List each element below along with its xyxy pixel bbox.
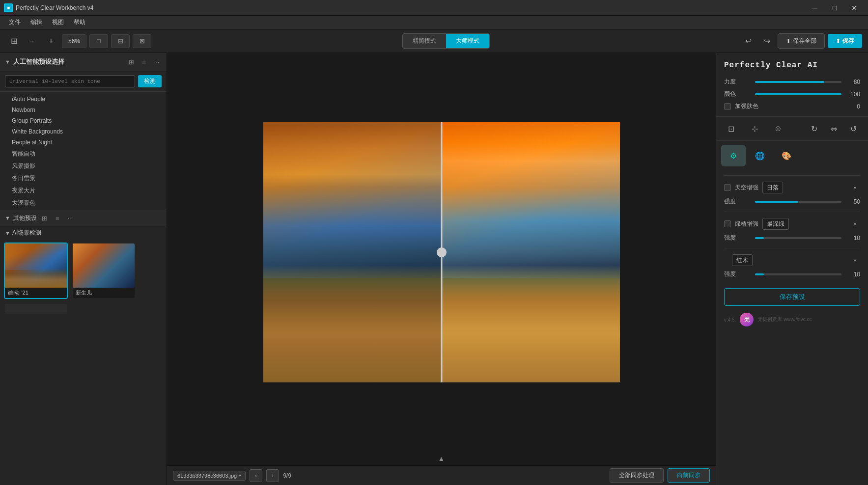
view-single-button[interactable]: □: [89, 34, 108, 48]
preset-item-winter[interactable]: 冬日雪景: [0, 172, 167, 185]
crop-tool-icon[interactable]: ⊡: [724, 122, 738, 135]
maximize-button[interactable]: □: [825, 0, 844, 16]
divider-3: [724, 248, 860, 248]
save-button[interactable]: ⬆ 保存: [828, 34, 862, 48]
rotate-right-icon[interactable]: ↺: [846, 122, 860, 135]
green-strength-row: 强度 10: [716, 232, 868, 244]
sky-enhance-select[interactable]: 日落 晴天 多云: [762, 182, 783, 193]
save-preset-button[interactable]: 保存预设: [724, 288, 860, 306]
file-selector[interactable]: 61933b33798c36603.jpg ▾: [173, 471, 246, 481]
transform-tool-icon[interactable]: ⊹: [748, 122, 761, 135]
green-enhance-select[interactable]: 最深绿 草绿: [762, 218, 789, 230]
scene-collapse[interactable]: ▼: [5, 230, 10, 236]
strength-slider-track[interactable]: [755, 81, 841, 83]
ai-section-title: 人工智能预设选择: [13, 57, 123, 66]
color-label: 颜色: [724, 90, 751, 98]
save-label: 保存: [842, 37, 854, 45]
preset-item-iauto[interactable]: iAuto People: [0, 94, 167, 105]
palette-icon: 🎨: [782, 151, 791, 161]
more-options-icon[interactable]: ···: [152, 57, 162, 67]
sync-forward-button[interactable]: 向前同步: [668, 468, 710, 483]
tools-row: ⊡ ⊹ ☺ ↻ ⇔ ↺: [716, 116, 868, 141]
other-presets-title: 其他预设: [13, 214, 37, 222]
canvas-area: [167, 53, 716, 452]
version-text: v:4.5.: [724, 317, 736, 323]
sky-enhance-label: 天空增强: [735, 184, 758, 192]
save-all-button[interactable]: ⬆ 保存全部: [778, 33, 825, 49]
mode-master-button[interactable]: 大师模式: [446, 34, 489, 48]
preset-item-white[interactable]: White Backgrounds: [0, 126, 167, 137]
menu-file[interactable]: 文件: [4, 16, 26, 28]
menu-view[interactable]: 视图: [47, 16, 69, 28]
tab-adjustments[interactable]: ⚙: [721, 145, 746, 166]
preset-item-landscape[interactable]: 风景摄影: [0, 160, 167, 172]
zoom-out-button[interactable]: −: [25, 33, 40, 49]
close-button[interactable]: ✕: [844, 0, 864, 16]
tab-palette[interactable]: 🎨: [774, 145, 799, 166]
flip-icon[interactable]: ⇔: [827, 122, 840, 135]
other-more-icon[interactable]: ···: [65, 213, 75, 223]
menu-help[interactable]: 帮助: [69, 16, 90, 28]
tab-color[interactable]: 🌐: [748, 145, 772, 166]
sky-enhance-checkbox[interactable]: [724, 184, 731, 191]
enhance-skin-value: 0: [857, 103, 860, 110]
preset-search-input[interactable]: [5, 75, 135, 87]
green-strength-track[interactable]: [755, 237, 841, 239]
preset-item-smart-auto[interactable]: 智能自动: [0, 148, 167, 160]
other-grid-icon[interactable]: ⊞: [40, 213, 50, 223]
expand-icon[interactable]: ⊞: [6, 33, 22, 49]
thumbnail-extra-1[interactable]: [4, 303, 68, 315]
compare-handle[interactable]: [437, 247, 447, 257]
undo-button[interactable]: ↩: [740, 33, 756, 49]
green-strength-value: 10: [845, 235, 860, 242]
mode-simple-button[interactable]: 精简模式: [403, 34, 446, 48]
redwood-strength-row: 强度 10: [716, 268, 868, 280]
color-slider-row: 颜色 100: [716, 88, 868, 100]
redwood-select[interactable]: 红木 橡木: [732, 254, 753, 266]
other-list-icon[interactable]: ≡: [53, 213, 62, 223]
prev-image-button[interactable]: ‹: [250, 469, 262, 482]
more-thumbnails-area: [0, 302, 167, 318]
zoom-in-button[interactable]: +: [43, 33, 59, 49]
detect-button[interactable]: 检测: [138, 75, 162, 87]
redo-button[interactable]: ↪: [759, 33, 775, 49]
list-view-icon[interactable]: ≡: [139, 57, 149, 67]
scene-section-title: AI场景检测: [12, 229, 41, 237]
green-enhance-select-wrapper: 最深绿 草绿: [762, 218, 860, 230]
green-strength-fill: [755, 237, 764, 239]
app-title: Perfectly Clear Workbench v4: [16, 4, 805, 11]
menu-edit[interactable]: 编辑: [26, 16, 47, 28]
green-strength-label: 强度: [724, 234, 751, 242]
sync-all-button[interactable]: 全部同步处理: [610, 468, 664, 483]
green-enhance-row: 绿植增强 最深绿 草绿: [716, 216, 868, 232]
next-image-button[interactable]: ›: [266, 469, 279, 482]
ai-section-collapse[interactable]: ▼: [5, 59, 10, 65]
color-slider-track[interactable]: [755, 93, 841, 95]
preset-item-desert[interactable]: 大漠景色: [0, 197, 167, 209]
enhance-skin-checkbox[interactable]: [724, 103, 731, 110]
other-presets-collapse[interactable]: ▼: [5, 215, 10, 221]
redwood-strength-track[interactable]: [755, 273, 841, 275]
preset-item-newborn[interactable]: Newborn: [0, 105, 167, 115]
view-compare-button[interactable]: ⊠: [133, 34, 151, 48]
redwood-row: 红木 橡木: [716, 252, 868, 268]
enhance-skin-row: 加强肤色 0: [716, 100, 868, 112]
preset-item-night[interactable]: People at Night: [0, 137, 167, 148]
rotate-left-icon[interactable]: ↻: [807, 122, 821, 135]
filename-dropdown-arrow: ▾: [239, 473, 241, 478]
preset-item-group[interactable]: Group Portraits: [0, 115, 167, 126]
thumbnail-iauto[interactable]: i自动 '21: [4, 242, 68, 299]
green-enhance-checkbox[interactable]: [724, 220, 731, 227]
scroll-up-button[interactable]: ▲: [438, 455, 445, 462]
ai-preset-header: ▼ 人工智能预设选择 ⊞ ≡ ···: [0, 53, 167, 71]
right-panel-title: Perfectly Clear AI: [716, 53, 868, 76]
preset-item-nightscape[interactable]: 夜景大片: [0, 185, 167, 197]
grid-view-icon[interactable]: ⊞: [126, 57, 136, 67]
redwood-select-wrapper: 红木 橡木: [732, 254, 860, 266]
sky-strength-track[interactable]: [755, 201, 841, 203]
minimize-button[interactable]: ─: [805, 0, 825, 16]
green-enhance-label: 绿植增强: [735, 220, 758, 228]
face-tool-icon[interactable]: ☺: [771, 122, 785, 135]
thumbnail-newborn[interactable]: 新生儿: [72, 242, 136, 299]
view-split-button[interactable]: ⊟: [111, 34, 130, 48]
